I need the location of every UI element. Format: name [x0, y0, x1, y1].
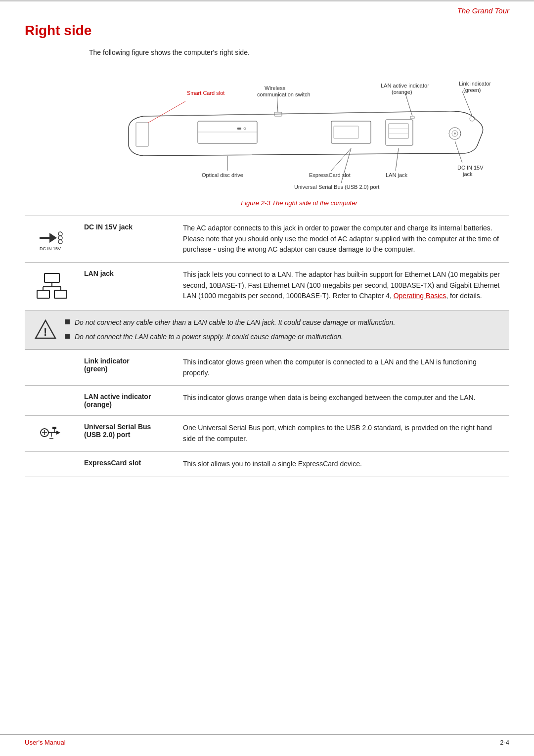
- svg-point-4: [244, 128, 246, 130]
- link-indicator-term: Link indicator (green): [79, 350, 178, 386]
- dc-in-icon: DC IN 15V: [35, 223, 69, 253]
- svg-line-35: [396, 148, 399, 171]
- svg-text:jack: jack: [462, 171, 473, 177]
- svg-rect-6: [334, 126, 358, 138]
- svg-rect-59: [52, 427, 56, 429]
- content-table: DC IN 15V DC IN 15V jack The AC adaptor …: [25, 216, 509, 262]
- link-indicator-desc: This indicator glows green when the comp…: [178, 350, 509, 386]
- svg-marker-57: [56, 431, 60, 435]
- header-title: The Grand Tour: [457, 6, 509, 15]
- svg-rect-17: [410, 116, 414, 119]
- warning-item-2: Do not connect the LAN cable to a power …: [65, 332, 499, 342]
- warning-icon: !: [35, 318, 57, 342]
- svg-text:ExpressCard slot: ExpressCard slot: [309, 172, 351, 178]
- diagram-container: Smart Card slot Wireless communication s…: [89, 64, 509, 194]
- footer: User's Manual 2-4: [0, 734, 534, 746]
- dc-in-icon-cell: DC IN 15V: [25, 216, 79, 262]
- svg-point-40: [58, 232, 62, 236]
- dc-in-desc: The AC adaptor connects to this jack in …: [178, 216, 509, 262]
- svg-point-42: [58, 240, 62, 244]
- svg-line-0: [143, 111, 445, 116]
- usb-term: Universal Serial Bus (USB 2.0) port: [79, 416, 178, 451]
- dc-in-term: DC IN 15V jack: [79, 216, 178, 262]
- usb-desc: One Universal Serial Bus port, which com…: [178, 416, 509, 451]
- svg-text:LAN active indicator: LAN active indicator: [381, 83, 429, 89]
- operating-basics-link[interactable]: Operating Basics: [394, 292, 446, 300]
- expresscard-desc: This slot allows you to install a single…: [178, 451, 509, 476]
- svg-point-41: [58, 236, 62, 240]
- svg-text:communication switch: communication switch: [257, 91, 311, 97]
- lan-jack-desc: This jack lets you connect to a LAN. The…: [178, 263, 509, 310]
- dc-in-row: DC IN 15V DC IN 15V jack The AC adaptor …: [25, 216, 509, 262]
- svg-text:Optical disc drive: Optical disc drive: [202, 172, 243, 178]
- lan-active-term: LAN active indicator (orange): [79, 386, 178, 416]
- svg-text:Link indicator: Link indicator: [459, 81, 491, 87]
- svg-text:DC IN 15V: DC IN 15V: [457, 165, 484, 171]
- svg-point-13: [454, 133, 456, 134]
- diagram-svg: Smart Card slot Wireless communication s…: [89, 64, 494, 193]
- svg-line-23: [405, 94, 412, 116]
- svg-rect-46: [54, 290, 67, 298]
- link-indicator-icon-cell: [25, 350, 79, 386]
- lan-active-icon-cell: [25, 386, 79, 416]
- usb-icon-cell: [25, 416, 79, 451]
- svg-text:(orange): (orange): [392, 89, 412, 95]
- lan-jack-row: LAN jack This jack lets you connect to a…: [25, 263, 509, 310]
- bullet-2: [65, 334, 70, 339]
- usb-row: Universal Serial Bus (USB 2.0) port One …: [25, 416, 509, 451]
- svg-text:LAN jack: LAN jack: [386, 172, 408, 178]
- lan-icon-cell: [25, 263, 79, 310]
- info-table: Link indicator (green) This indicator gl…: [25, 350, 509, 476]
- warning-item-1: Do not connect any cable other than a LA…: [65, 317, 499, 328]
- lan-jack-term: LAN jack: [79, 263, 178, 310]
- footer-right: 2-4: [500, 739, 509, 746]
- svg-rect-3: [237, 128, 241, 130]
- svg-rect-44: [44, 273, 59, 282]
- warning-text-block: Do not connect any cable other than a LA…: [65, 317, 499, 342]
- svg-text:Universal Serial Bus (USB 2.0): Universal Serial Bus (USB 2.0) port: [294, 184, 379, 190]
- expresscard-term: ExpressCard slot: [79, 451, 178, 476]
- expresscard-icon-cell: [25, 451, 79, 476]
- svg-rect-1: [198, 121, 257, 143]
- svg-text:DC IN 15V: DC IN 15V: [40, 246, 61, 251]
- svg-line-18: [148, 101, 185, 123]
- svg-point-16: [470, 116, 475, 121]
- lan-table: LAN jack This jack lets you connect to a…: [25, 263, 509, 310]
- lan-icon: [35, 269, 69, 302]
- figure-caption: Figure 2-3 The right side of the compute…: [89, 199, 509, 207]
- svg-rect-8: [389, 124, 408, 138]
- link-indicator-row: Link indicator (green) This indicator gl…: [25, 350, 509, 386]
- svg-line-37: [455, 141, 462, 163]
- bullet-1: [65, 319, 70, 324]
- lan-active-row: LAN active indicator (orange) This indic…: [25, 386, 509, 416]
- expresscard-row: ExpressCard slot This slot allows you to…: [25, 451, 509, 476]
- caution-triangle-icon: !: [35, 318, 57, 341]
- lan-active-desc: This indicator glows orange when data is…: [178, 386, 509, 416]
- svg-text:!: !: [44, 326, 47, 338]
- usb-icon: [39, 423, 66, 443]
- svg-rect-45: [37, 290, 49, 298]
- intro-text: The following figure shows the computer'…: [89, 48, 509, 56]
- svg-rect-5: [331, 121, 371, 143]
- svg-line-31: [331, 148, 351, 171]
- svg-rect-14: [136, 123, 148, 146]
- svg-text:Wireless: Wireless: [265, 85, 286, 91]
- svg-text:(green): (green): [463, 87, 481, 93]
- footer-left: User's Manual: [25, 739, 66, 746]
- page-title: Right side: [25, 23, 509, 39]
- warning-box: ! Do not connect any cable other than a …: [25, 310, 509, 350]
- svg-text:Smart Card slot: Smart Card slot: [187, 90, 224, 96]
